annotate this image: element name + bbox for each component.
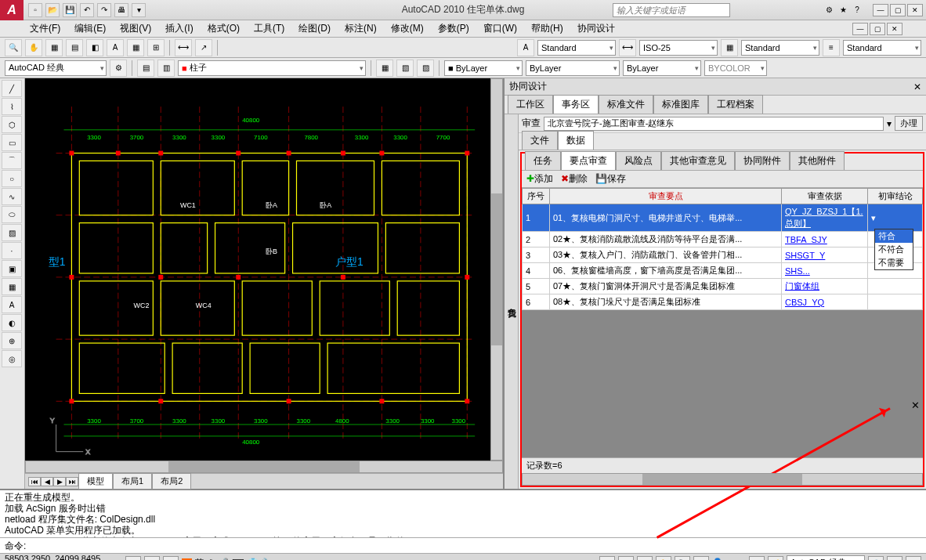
tab-affairs[interactable]: 事务区	[553, 95, 599, 114]
clean-icon[interactable]: ▢	[906, 556, 921, 561]
qat-print-icon[interactable]: 🖶	[114, 3, 128, 17]
subtab-other[interactable]: 其他审查意见	[661, 151, 735, 170]
tool2-icon[interactable]: ▤	[66, 39, 83, 56]
qat-redo-icon[interactable]: ↷	[97, 3, 111, 17]
opt-fail[interactable]: 不符合	[875, 243, 913, 256]
panel-scroll-h[interactable]	[522, 473, 923, 486]
workspace-combo[interactable]: AutoCAD 经典	[5, 60, 107, 76]
menu-dim[interactable]: 标注(N)	[338, 20, 383, 37]
line-icon[interactable]: ╱	[2, 80, 22, 97]
panel-close-icon[interactable]: ✕	[913, 81, 921, 92]
tab-archive[interactable]: 工程档案	[708, 95, 763, 114]
layer-btn-icon[interactable]: ▦	[376, 60, 393, 77]
result-dropdown[interactable]: 符合 不符合 不需要	[874, 229, 913, 270]
grid-toggle[interactable]: ⊞	[144, 556, 160, 561]
table-row[interactable]: 101、复核电梯门洞尺寸、电梯井道尺寸、电梯举... QY_JZ_BZSJ_1【…	[523, 204, 923, 232]
close-button[interactable]: ✕	[907, 4, 923, 16]
tablestyle-icon[interactable]: ▦	[721, 39, 738, 56]
opt-pass[interactable]: 符合	[875, 229, 913, 243]
dimstyle-combo[interactable]: ISO-25	[639, 40, 718, 56]
circle-icon[interactable]: ○	[2, 170, 22, 187]
textstyle-icon[interactable]: A	[517, 39, 534, 56]
tab-layout1[interactable]: 布局1	[113, 473, 152, 490]
qat-more-icon[interactable]: ▾	[132, 3, 146, 17]
quickview2-icon[interactable]: ▣	[637, 556, 653, 561]
extra1-icon[interactable]: ⊕	[2, 332, 22, 349]
model-space[interactable]: 40800 33003700 33003300 71007800 3300330…	[25, 78, 490, 461]
tab-files[interactable]: 文件	[522, 131, 558, 150]
quickview-icon[interactable]: ▢	[618, 556, 634, 561]
menu-view[interactable]: 视图(V)	[114, 20, 157, 37]
snap-toggle[interactable]: ▦	[125, 556, 141, 561]
doc-close-button[interactable]: ✕	[887, 23, 902, 35]
menu-help[interactable]: 帮助(H)	[525, 20, 570, 37]
tab-nav-next-icon[interactable]: ▶	[53, 477, 66, 486]
leader-icon[interactable]: ↗	[195, 39, 212, 56]
qat-new-icon[interactable]: ▫	[28, 3, 42, 17]
menu-draw[interactable]: 绘图(D)	[292, 20, 337, 37]
project-combo[interactable]: 北京壹号院子-施工图审查-赵继东	[544, 117, 884, 131]
tab-workspace[interactable]: 工作区	[508, 95, 553, 114]
help-search-input[interactable]	[613, 3, 730, 17]
anno-auto-icon[interactable]: ⚡	[768, 556, 783, 561]
delete-button[interactable]: ✖删除	[561, 172, 588, 186]
menu-modify[interactable]: 修改(M)	[385, 20, 430, 37]
region-icon[interactable]: ◐	[2, 314, 22, 331]
hatch-icon[interactable]: ▨	[2, 224, 22, 241]
tool5-icon[interactable]: ▦	[127, 39, 144, 56]
tab-nav-last-icon[interactable]: ⏭	[66, 477, 78, 486]
doc-minimize-button[interactable]: —	[852, 23, 868, 35]
command-history[interactable]: 正在重生成模型。 加载 AcSign 服务时出错 netload 程序集文件名:…	[0, 489, 926, 537]
ellipse-icon[interactable]: ⬭	[2, 206, 22, 223]
lock-icon[interactable]: 🔒	[868, 556, 884, 561]
tab-stdlib[interactable]: 标准图库	[653, 95, 708, 114]
pan-status-icon[interactable]: ✋	[656, 556, 671, 561]
col-seq[interactable]: 序号	[523, 189, 550, 204]
col-result[interactable]: 初审结论	[868, 189, 923, 204]
table-row[interactable]: 303★、复核入户门、消防疏散门、设备管井门相... SHSGT_Y	[523, 247, 923, 263]
pan-icon[interactable]: ✋	[25, 39, 42, 56]
layer-btn2-icon[interactable]: ▧	[396, 60, 414, 77]
tool1-icon[interactable]: ▦	[45, 39, 63, 56]
proj-dropdown-icon[interactable]: ▾	[887, 118, 892, 129]
maximize-button[interactable]: ▢	[890, 4, 906, 16]
help-icon[interactable]: ?	[851, 4, 863, 16]
subtab-risk[interactable]: 风险点	[616, 151, 661, 170]
menu-insert[interactable]: 插入(I)	[159, 20, 199, 37]
table-row[interactable]: 202★、复核消防疏散流线及消防等待平台是否满... TBFA_SJY	[523, 232, 923, 247]
spline-icon[interactable]: ∿	[2, 188, 22, 205]
menu-edit[interactable]: 编辑(E)	[68, 20, 112, 37]
plotstyle-combo[interactable]: BYCOLOR	[704, 60, 767, 76]
subtab-task[interactable]: 任务	[525, 151, 561, 170]
tablestyle-combo[interactable]: Standard	[741, 40, 819, 56]
layer-mgr-icon[interactable]: ▤	[137, 60, 154, 77]
table-row[interactable]: 608★、复核门垛尺寸是否满足集团标准 CBSJ_YQ	[523, 294, 923, 310]
layer-btn3-icon[interactable]: ▨	[417, 60, 434, 77]
drawing-scroll-v[interactable]	[490, 78, 503, 461]
status-ws-combo[interactable]: AutoCAD 经典	[787, 555, 865, 561]
anno-vis-icon[interactable]: 👁	[749, 556, 765, 561]
hw-icon[interactable]: ▭	[887, 556, 902, 561]
menu-collab[interactable]: 协同设计	[571, 20, 621, 37]
point-icon[interactable]: ·	[2, 242, 22, 259]
tab-nav-first-icon[interactable]: ⏮	[28, 477, 41, 486]
subtab-keypoints[interactable]: 要点审查	[561, 151, 616, 170]
col-point[interactable]: 审查要点	[550, 189, 782, 204]
table-row[interactable]: 406、复核窗槛墙高度，窗下墙高度是否满足集团... SHS...	[523, 263, 923, 279]
color-combo[interactable]: ■ ByLayer	[444, 60, 523, 76]
tool4-icon[interactable]: A	[107, 39, 124, 56]
command-input[interactable]: 命令:	[0, 537, 926, 553]
rect-icon[interactable]: ▭	[2, 134, 22, 151]
linetype-combo[interactable]: ByLayer	[526, 60, 620, 76]
mlstyle-icon[interactable]: ≡	[823, 39, 840, 56]
dim-icon[interactable]: ⟷	[175, 39, 192, 56]
ime-lang[interactable]: 英	[195, 557, 204, 560]
drawing-scroll-h[interactable]	[25, 461, 503, 473]
tab-data[interactable]: 数据	[558, 131, 594, 150]
app-logo[interactable]: A	[0, 0, 24, 20]
tool6-icon[interactable]: ⊞	[147, 39, 165, 56]
lineweight-combo[interactable]: ByLayer	[623, 60, 701, 76]
block-icon[interactable]: ▣	[2, 260, 22, 277]
menu-window[interactable]: 窗口(W)	[477, 20, 523, 37]
model-btn[interactable]: M	[599, 556, 615, 561]
